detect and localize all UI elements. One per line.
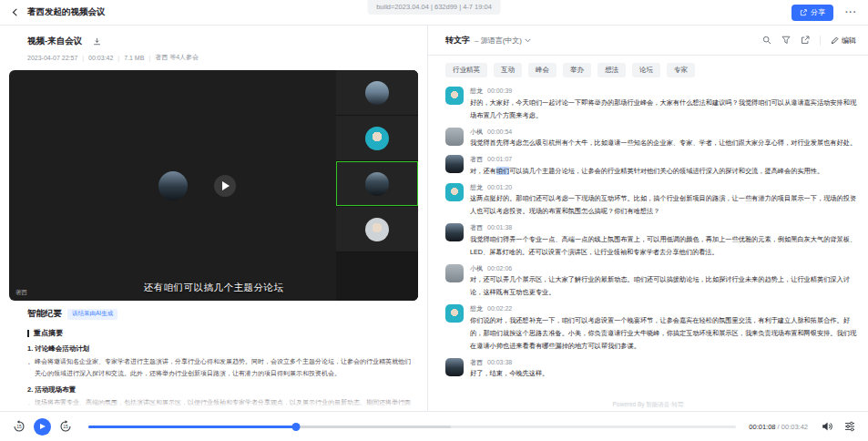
avatar	[445, 223, 464, 241]
message-timestamp[interactable]: 00:02:22	[487, 305, 512, 312]
speaker-name: 想龙	[470, 87, 483, 94]
video-title: 视频-来自会议	[27, 36, 82, 47]
transcript-message: 小枫00:02:06 对，还可以弄几个展示区，让大家了解行业的最新动态。咱们还可…	[445, 264, 858, 300]
participant-tile[interactable]	[336, 70, 418, 115]
export-button[interactable]	[801, 36, 810, 45]
message-text[interactable]: 对，还可以弄几个展示区，让大家了解行业的最新动态。咱们还可以搞援助论坛，比如探讨…	[470, 273, 858, 299]
current-time: 00:01:08	[749, 423, 775, 431]
message-text[interactable]: 这两点挺好的。那咱们还可以考虑一下现场的互动环节。比如，搞个行业创新项目的路演，…	[470, 192, 858, 218]
share-button[interactable]: 分享	[791, 5, 833, 21]
video-player[interactable]: 著西 还有咱们可以搞几个主题分论坛	[9, 70, 418, 301]
playback-settings-button[interactable]	[844, 421, 855, 432]
download-button[interactable]	[93, 37, 101, 46]
download-icon	[93, 37, 101, 46]
pencil-icon	[831, 36, 839, 45]
meta-date: 2023-04-07 22:57	[27, 55, 77, 61]
language-selector[interactable]: – 源语言(中文)	[475, 36, 531, 46]
search-button[interactable]	[762, 36, 771, 45]
topbar: 著西发起的视频会议 build=2023.04.04 | 632d99 | 4-…	[0, 0, 868, 26]
summary-title: 智能纪要	[27, 308, 62, 320]
participant-avatar	[365, 172, 389, 196]
message-timestamp[interactable]: 00:01:20	[487, 184, 512, 190]
message-text[interactable]: 我觉得咱们得弄一个专业一点、高端一点的线上氛围布置上，可以用低调的颜色，再加上一…	[470, 233, 858, 259]
tag-chip[interactable]: 峰会	[528, 63, 557, 77]
play-icon	[222, 181, 230, 190]
message-text[interactable]: 我觉得首先得考虑怎么吸引杭州有个大牛，比如邀请一些知名的企业家、专家、学者，让他…	[470, 137, 858, 149]
edit-button[interactable]: 编辑	[831, 36, 856, 46]
tag-chip[interactable]: 互动	[494, 63, 522, 77]
summary-item-body: 峰会将邀请知名企业家、专家学者进行主题演讲，分享行业心得和发展趋势。同时，会设立…	[27, 355, 416, 379]
message-timestamp[interactable]: 00:02:06	[487, 265, 512, 272]
message-text[interactable]: 你们说的对，我还想补充一下，咱们可以考虑设置一个晚宴环节，让参会嘉宾在轻松的氛围…	[470, 314, 858, 353]
avatar	[445, 87, 464, 105]
play-button[interactable]	[34, 418, 51, 436]
transcript-message: 想龙00:01:20 这两点挺好的。那咱们还可以考虑一下现场的互动环节。比如，搞…	[445, 183, 858, 219]
meta-participants: 著西 等4人参会	[155, 53, 199, 62]
progress-played	[88, 426, 296, 428]
tag-chip[interactable]: 举办	[563, 63, 591, 77]
participant-avatar	[365, 81, 389, 105]
search-icon	[762, 36, 771, 45]
transcript-title: 转文字	[445, 35, 470, 46]
speaker-avatar	[158, 171, 188, 200]
video-play-button[interactable]	[214, 175, 236, 197]
playback-highlight: 咱们	[496, 167, 509, 175]
tag-chip[interactable]: 想法	[597, 63, 626, 77]
meta-size: 7.1 MB	[124, 55, 144, 61]
toolbar-divider	[820, 36, 821, 46]
speaker-name: 著西	[470, 359, 483, 365]
progress-knob[interactable]	[291, 423, 300, 431]
summary-item-heading: 2. 活动现场布置	[27, 385, 416, 395]
skip-back-15-button[interactable]: 15	[13, 420, 26, 433]
more-button[interactable]: ···	[845, 7, 857, 17]
skip-forward-15-button[interactable]: 15	[59, 420, 72, 433]
speaker-name: 著西	[470, 156, 483, 162]
avatar	[445, 358, 464, 376]
tag-chip[interactable]: 论坛	[632, 63, 660, 77]
skip-forward-15-icon: 15	[59, 420, 72, 433]
message-timestamp[interactable]: 00:00:39	[487, 87, 512, 94]
transcript-panel: 转文字 – 源语言(中文)	[428, 26, 868, 411]
share-icon	[800, 9, 807, 16]
message-timestamp[interactable]: 00:01:07	[487, 156, 512, 162]
transcript-message: 想龙00:00:39 好的，大家好，今天咱们一起讨论一下即将举办的那场行业峰会，…	[445, 87, 858, 122]
build-badge: build=2023.04.04 | 632d99 | 4-7 19:04	[367, 0, 501, 15]
participant-avatar	[365, 218, 389, 241]
participant-tiles	[336, 70, 418, 301]
share-label: 分享	[811, 7, 825, 17]
transcript-message: 著西00:03:38 好了，结束，今晚先这样。	[445, 358, 858, 381]
transcript-message: 想龙00:02:22 你们说的对，我还想补充一下，咱们可以考虑设置一个晚宴环节，…	[445, 304, 858, 353]
participant-tile[interactable]	[336, 207, 418, 251]
message-text[interactable]: 好的，大家好，今天咱们一起讨论一下即将举办的那场行业峰会，大家有什么想法和建议吗…	[470, 97, 858, 122]
filter-button[interactable]	[781, 36, 791, 45]
speaker-name: 著西	[470, 224, 483, 231]
speaker-name: 小枫	[470, 128, 483, 135]
video-panel: 视频-来自会议 2023-04-07 22:57 | 00:03:42 | 7.…	[0, 26, 428, 411]
total-time: 00:03:42	[781, 423, 808, 431]
message-text[interactable]: 对，还有咱们可以搞几个主题分论坛，让参会的行业精英针对他们关心的领域进行深入的探…	[470, 165, 858, 178]
back-button[interactable]	[11, 8, 19, 16]
transcript-header: 转文字 – 源语言(中文)	[428, 26, 868, 56]
participant-tile[interactable]	[336, 116, 418, 160]
participant-tile-active-speaker[interactable]	[336, 161, 418, 206]
svg-text:15: 15	[63, 425, 68, 429]
page-title: 著西发起的视频会议	[27, 6, 106, 18]
audio-player-bar: 15 15 00:01:08 / 00:03:42	[0, 411, 868, 441]
transcript-message: 小枫00:00:54 我觉得首先得考虑怎么吸引杭州有个大牛，比如邀请一些知名的企…	[445, 128, 858, 150]
volume-button[interactable]	[822, 421, 832, 432]
tag-chip[interactable]: 行业精英	[445, 63, 487, 77]
filter-icon	[781, 36, 791, 45]
meta-duration: 00:03:42	[88, 55, 113, 61]
speaker-name: 想龙	[470, 184, 483, 190]
message-timestamp[interactable]: 00:03:38	[487, 359, 512, 365]
message-timestamp[interactable]: 00:01:38	[487, 224, 512, 231]
message-timestamp[interactable]: 00:00:54	[487, 128, 512, 135]
summary-item: 2. 活动现场布置 现场将布置专业、高端的氛围，包括演讲区和展示区，以便行业领袖…	[27, 385, 416, 411]
message-text[interactable]: 好了，结束，今晚先这样。	[470, 367, 858, 380]
avatar	[445, 128, 464, 146]
svg-text:15: 15	[16, 425, 22, 429]
participant-avatar	[365, 127, 389, 150]
progress-bar[interactable]	[88, 421, 736, 432]
tag-chip[interactable]: 专家	[667, 63, 695, 77]
transcript-message: 著西00:01:38 我觉得咱们得弄一个专业一点、高端一点的线上氛围布置上，可以…	[445, 223, 858, 259]
